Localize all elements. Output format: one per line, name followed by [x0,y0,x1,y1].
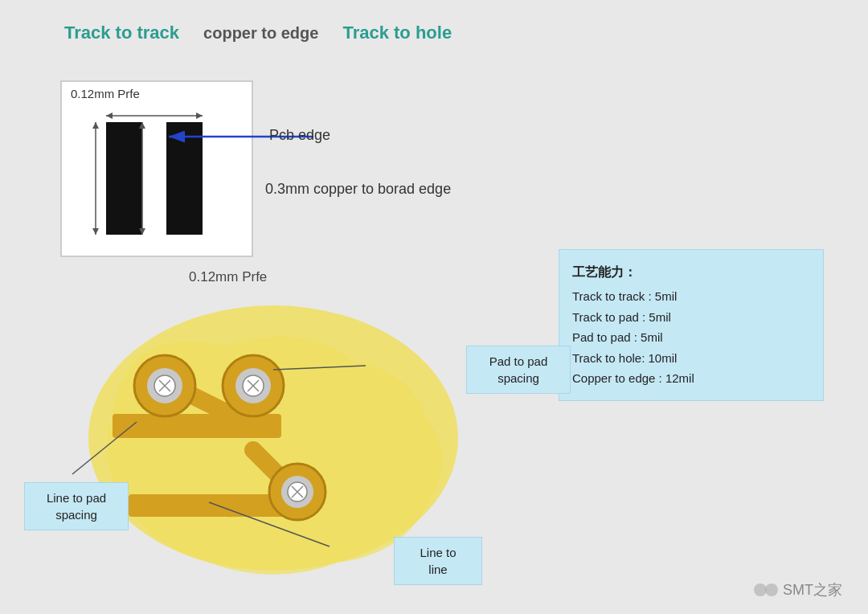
line-to-pad-label: Line to padspacing [24,482,129,530]
info-box: 工艺能力： Track to track : 5mil Track to pad… [559,249,824,401]
line-to-line-label: Line toline [394,537,482,585]
header-labels: Track to track copper to edge Track to h… [64,23,452,43]
label-track-hole: Track to hole [342,23,452,43]
info-line5: Copper to edge : 12mil [572,368,810,389]
svg-rect-0 [106,122,142,235]
info-title: 工艺能力： [572,261,810,283]
smt-logo-text: SMT之家 [783,580,842,600]
info-line3: Pad to pad : 5mil [572,327,810,348]
info-line4: Track to hole: 10mil [572,348,810,369]
pcb-label-top: 0.12mm Prfe [71,87,140,100]
pcb-illustration-box [60,80,253,257]
pcb-illustration-svg [62,82,255,259]
label-copper-edge: copper to edge [203,24,318,43]
info-line1: Track to track : 5mil [572,286,810,307]
pad-to-pad-label: Pad to padspacing [466,346,571,394]
copper-to-edge-label: 0.3mm copper to borad edge [265,181,451,198]
info-line2: Track to pad : 5mil [572,307,810,328]
pcb-edge-label: Pcb edge [269,127,330,144]
measurement-bottom-label: 0.12mm Prfe [189,269,267,285]
svg-marker-6 [92,122,99,129]
svg-point-37 [754,583,767,596]
svg-marker-7 [92,228,99,235]
svg-marker-4 [196,113,203,119]
label-track-track: Track to track [64,23,179,43]
smt-logo: SMT之家 [754,580,842,600]
svg-point-38 [765,583,778,596]
svg-marker-3 [106,113,113,119]
main-content: Track to track copper to edge Track to h… [0,0,868,614]
smt-icon [754,581,778,599]
